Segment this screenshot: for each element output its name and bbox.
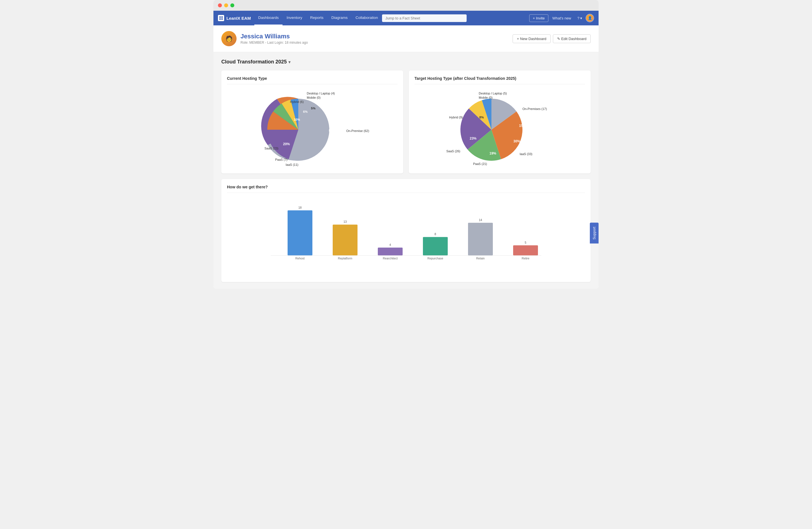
bar-chart-card: How do we get there? 18 Rehost 13 Replat… bbox=[221, 179, 591, 282]
bar-lbl-rehost: Rehost bbox=[295, 257, 305, 260]
bar-repurchase bbox=[423, 237, 448, 256]
page-header: 🧑 Jessica Williams Role: MEMBER - Last L… bbox=[214, 25, 598, 52]
pct-t-paas: 19% bbox=[489, 152, 496, 155]
new-dashboard-button[interactable]: + New Dashboard bbox=[512, 34, 550, 43]
svg-rect-0 bbox=[219, 16, 221, 18]
pct-hybrid: 5% bbox=[311, 106, 316, 110]
close-dot[interactable] bbox=[218, 3, 222, 7]
label-iaas: IaaS (11) bbox=[286, 163, 298, 166]
bar-val-retire: 5 bbox=[525, 241, 526, 244]
bar-replatform bbox=[333, 225, 358, 256]
whats-new-button[interactable]: What's new bbox=[550, 16, 574, 20]
label-saas: SaaS (23) bbox=[264, 147, 278, 150]
pct-saas: 20% bbox=[283, 142, 290, 146]
label-t-onpremises: On-Premises (17) bbox=[522, 107, 547, 111]
user-avatar-nav[interactable]: 👤 bbox=[585, 14, 594, 22]
content-area: Cloud Transformation 2025 ▾ Current Host… bbox=[214, 52, 598, 289]
header-actions: + New Dashboard ✎ Edit Dashboard bbox=[512, 34, 591, 43]
svg-rect-1 bbox=[221, 16, 223, 18]
current-hosting-title: Current Hosting Type bbox=[227, 76, 397, 84]
label-desktop: Desktop / Laptop (4) bbox=[307, 92, 335, 95]
pct-t-onprem: 15% bbox=[519, 124, 525, 128]
invite-button[interactable]: + Invite bbox=[529, 14, 548, 22]
bar-lbl-replatform: Replatform bbox=[338, 257, 352, 260]
bar-chart-container: 18 Rehost 13 Replatform 4 Rearchitect 8 bbox=[227, 197, 585, 276]
bar-lbl-rearchitect: Rearchitect bbox=[383, 257, 398, 260]
label-paas: PaaS (7) bbox=[275, 158, 287, 161]
current-hosting-card: Current Hosting Type bbox=[221, 71, 403, 173]
svg-rect-3 bbox=[221, 18, 223, 20]
brand-icon bbox=[218, 15, 224, 21]
user-name: Jessica Williams bbox=[241, 33, 308, 40]
help-button[interactable]: ? ▾ bbox=[575, 16, 584, 20]
brand-name: LeanIX EAM bbox=[227, 16, 251, 20]
bar-lbl-retire: Retire bbox=[522, 257, 530, 260]
bar-retire bbox=[513, 245, 538, 256]
bar-val-retain: 14 bbox=[479, 218, 482, 221]
label-t-saas: SaaS (26) bbox=[446, 149, 460, 153]
bar-val-repurchase: 8 bbox=[434, 233, 436, 236]
pct-t-saas: 23% bbox=[469, 137, 476, 140]
dashboard-title[interactable]: Cloud Transformation 2025 ▾ bbox=[221, 59, 591, 65]
nav-items: Dashboards Inventory Reports Diagrams Co… bbox=[254, 11, 529, 25]
bar-val-replatform: 13 bbox=[344, 220, 347, 223]
edit-dashboard-button[interactable]: ✎ Edit Dashboard bbox=[553, 34, 591, 43]
user-role-login: Role: MEMBER - Last Login: 18 minutes ag… bbox=[241, 41, 308, 45]
label-t-iaas: IaaS (33) bbox=[520, 152, 532, 156]
nav-dashboards[interactable]: Dashboards bbox=[254, 11, 283, 25]
user-details: Jessica Williams Role: MEMBER - Last Log… bbox=[241, 33, 308, 45]
nav-right: + Invite What's new ? ▾ 👤 bbox=[529, 14, 594, 22]
minimize-dot[interactable] bbox=[224, 3, 228, 7]
target-hosting-card: Target Hosting Type (after Cloud Transfo… bbox=[409, 71, 591, 173]
label-t-paas: PaaS (21) bbox=[473, 162, 487, 166]
user-avatar: 🧑 bbox=[221, 31, 236, 46]
pct-t-iaas: 30% bbox=[513, 139, 520, 143]
chevron-down-icon: ▾ bbox=[288, 60, 290, 64]
window-chrome bbox=[214, 0, 598, 11]
bar-chart-svg: 18 Rehost 13 Replatform 4 Rearchitect 8 bbox=[233, 206, 579, 262]
bar-rearchitect bbox=[378, 247, 403, 256]
label-t-hybrid: Hybrid (9) bbox=[449, 116, 463, 119]
pct-onprem: 55% bbox=[329, 129, 335, 133]
bar-chart-title: How do we get there? bbox=[227, 185, 585, 193]
pct-paas: 6% bbox=[303, 110, 308, 113]
bar-lbl-repurchase: Repurchase bbox=[427, 257, 443, 260]
nav-diagrams[interactable]: Diagrams bbox=[327, 11, 352, 25]
label-hybrid: Hybrid (6) bbox=[290, 100, 303, 103]
pct-t-hybrid: 8% bbox=[479, 116, 484, 119]
target-hosting-title: Target Hosting Type (after Cloud Transfo… bbox=[415, 76, 585, 84]
search-input[interactable] bbox=[382, 14, 467, 22]
nav-inventory[interactable]: Inventory bbox=[282, 11, 306, 25]
nav-collaboration[interactable]: Collaboration bbox=[352, 11, 382, 25]
label-t-desktop: Desktop / Laptop (5) bbox=[479, 92, 507, 95]
label-mobile: Mobile (0) bbox=[307, 96, 321, 99]
user-info: 🧑 Jessica Williams Role: MEMBER - Last L… bbox=[221, 31, 308, 46]
label-onpremise: On-Premise (62) bbox=[346, 129, 369, 132]
maximize-dot[interactable] bbox=[230, 3, 234, 7]
brand[interactable]: LeanIX EAM bbox=[218, 15, 251, 21]
current-hosting-svg: On-Premise (62) SaaS (23) IaaS (11) PaaS… bbox=[242, 90, 383, 166]
target-hosting-chart: On-Premises (17) IaaS (33) PaaS (21) Saa… bbox=[415, 89, 585, 168]
bar-val-rearchitect: 4 bbox=[389, 243, 391, 246]
bar-lbl-retain: Retain bbox=[476, 257, 485, 260]
target-hosting-svg: On-Premises (17) IaaS (33) PaaS (21) Saa… bbox=[430, 90, 570, 166]
label-t-mobile: Mobile (0) bbox=[479, 96, 493, 99]
bar-rehost bbox=[288, 210, 313, 256]
bar-val-rehost: 18 bbox=[298, 206, 302, 209]
bar-retain bbox=[468, 223, 493, 256]
svg-rect-2 bbox=[219, 18, 221, 20]
navbar: LeanIX EAM Dashboards Inventory Reports … bbox=[214, 11, 598, 25]
charts-row: Current Hosting Type bbox=[221, 71, 591, 173]
pct-iaas: 10% bbox=[293, 118, 300, 121]
avatar-image: 👤 bbox=[586, 14, 594, 22]
avatar-img: 🧑 bbox=[221, 31, 236, 46]
nav-reports[interactable]: Reports bbox=[306, 11, 327, 25]
support-button[interactable]: Support bbox=[590, 223, 598, 244]
current-hosting-chart: On-Premise (62) SaaS (23) IaaS (11) PaaS… bbox=[227, 89, 397, 168]
